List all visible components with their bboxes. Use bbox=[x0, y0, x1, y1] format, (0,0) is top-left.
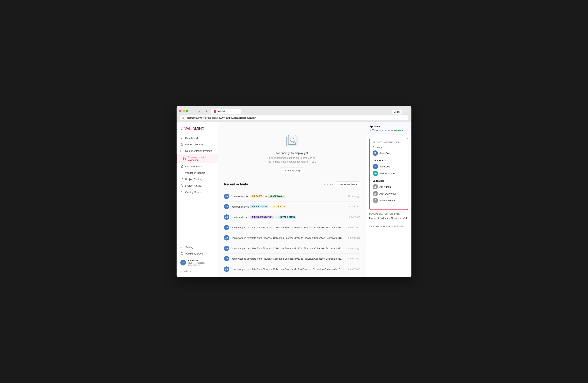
sidebar-item-label: Getting Started bbox=[185, 191, 203, 193]
activity-text: You swapped template from Flowcast Colle… bbox=[231, 257, 345, 260]
empty-state-title: No findings to display yet bbox=[276, 151, 308, 154]
user-menu-button[interactable]: ⋯ bbox=[211, 261, 214, 265]
activity-item: JD You swapped template from Flowcast Co… bbox=[224, 264, 360, 274]
sidebar-item-validmind-docs[interactable]: ValidMind Docs ↗ bbox=[177, 250, 218, 257]
sidebar-item-getting-started[interactable]: Getting Started bbox=[177, 189, 218, 195]
validation-template-title: VALIDATION REPORT TEMPLATE bbox=[369, 225, 408, 228]
empty-state-icon bbox=[285, 133, 300, 148]
browser-tab-validmind[interactable]: V ValidMind ✕ bbox=[211, 109, 241, 114]
approve-subtitle: → Transitions model to APPROVED bbox=[369, 129, 408, 132]
activity-list: JD You transitioned IN REVIEW → IN APPRO… bbox=[224, 191, 360, 277]
sidebar: ✓ VALIDMIND Dashboard Model Inventory bbox=[177, 122, 218, 277]
close-traffic-light[interactable] bbox=[179, 110, 182, 112]
tab-close-button[interactable]: ✕ bbox=[237, 110, 239, 113]
sidebar-item-flowcast[interactable]: Flowcast - Initial Validation bbox=[177, 154, 218, 163]
approved-status-badge: APPROVED bbox=[394, 129, 405, 132]
avatar bbox=[373, 191, 378, 196]
sidebar-item-settings[interactable]: Settings bbox=[177, 244, 218, 250]
approve-title: Approve bbox=[369, 125, 408, 128]
sidebar-item-documentation-projects[interactable]: Documentation Projects bbox=[177, 148, 218, 154]
bell-icon bbox=[180, 178, 183, 181]
developers-title: Developers bbox=[373, 159, 405, 162]
forward-button[interactable]: › bbox=[197, 108, 202, 114]
report-icon bbox=[180, 171, 183, 174]
sidebar-item-project-findings[interactable]: Project Findings bbox=[177, 176, 218, 182]
update-button[interactable]: Update bbox=[392, 110, 403, 114]
owner-name: Jane Doe bbox=[379, 152, 390, 154]
sidebar-item-label: Documentation Projects bbox=[185, 150, 212, 152]
sidebar-item-validation-report[interactable]: Validation Report bbox=[177, 170, 218, 176]
activity-time: a month ago bbox=[348, 268, 360, 270]
sidebar-item-label: Documentation bbox=[185, 165, 203, 168]
main-content: No findings to display yet Either docume… bbox=[218, 122, 366, 277]
recent-activity-section: Recent activity SORT BY Most recent firs… bbox=[224, 181, 360, 277]
maximize-traffic-light[interactable] bbox=[186, 110, 188, 112]
owners-title: Owners bbox=[373, 146, 405, 149]
minimize-traffic-light[interactable] bbox=[183, 110, 185, 112]
back-button[interactable]: ‹ bbox=[190, 108, 195, 114]
activity-time: 22 days ago bbox=[348, 216, 360, 218]
validator-item: Jane Validator bbox=[373, 198, 405, 203]
grid-icon bbox=[180, 143, 183, 146]
validator-name: Jim Admin bbox=[379, 185, 391, 188]
sidebar-item-label: Validation Report bbox=[185, 172, 205, 174]
browser-menu-button[interactable]: ☰ bbox=[404, 110, 407, 114]
sidebar-item-label: Model Inventory bbox=[185, 143, 203, 146]
activity-text: You transitioned IN REVIEW → IN APPROVAL bbox=[231, 195, 346, 198]
validators-group: Validators Jim Admin Alex Developer bbox=[373, 179, 405, 203]
add-finding-button[interactable]: + Add Finding bbox=[280, 167, 304, 174]
gear-icon bbox=[180, 246, 183, 249]
home-icon bbox=[180, 136, 183, 139]
sort-value: Most recent first bbox=[337, 183, 355, 186]
validator-item: Alex Developer bbox=[373, 191, 405, 196]
activity-text: You swapped template from Flowcast Colle… bbox=[231, 268, 345, 271]
activity-time: 20 days ago bbox=[348, 195, 360, 198]
new-tab-button[interactable]: + bbox=[242, 109, 247, 114]
collapse-arrows-icon: « bbox=[180, 270, 182, 272]
status-badge: IN REVIEW bbox=[273, 205, 286, 208]
svg-point-13 bbox=[375, 199, 376, 200]
avatar: JD bbox=[224, 267, 229, 272]
owners-group: Owners JD Jane Doe bbox=[373, 146, 405, 156]
activity-time: a month ago bbox=[348, 247, 360, 249]
avatar bbox=[373, 198, 378, 203]
sidebar-item-project-activity[interactable]: Project Activity bbox=[177, 182, 218, 189]
validator-name: Jane Validator bbox=[379, 199, 395, 202]
activity-text: You swapped template from Flowcast Colle… bbox=[231, 247, 345, 250]
arrow-icon: → bbox=[369, 129, 372, 132]
approve-banner: Approve → Transitions model to APPROVED bbox=[366, 122, 411, 135]
status-badge: IN APPROVAL bbox=[268, 195, 285, 198]
tab-favicon: V bbox=[214, 110, 216, 113]
collapse-button[interactable]: « Collapse bbox=[177, 268, 218, 274]
activity-time: 20 days ago bbox=[348, 205, 360, 208]
sidebar-item-label: Project Activity bbox=[185, 184, 202, 187]
owner-item: JD Jane Doe bbox=[373, 151, 405, 156]
activity-item: JD You swapped template from Flowcast Co… bbox=[224, 254, 360, 264]
browser-chrome: ‹ › ↻ V ValidMind ✕ + Update ☰ 🔒 loca bbox=[177, 106, 411, 122]
sidebar-item-model-inventory[interactable]: Model Inventory bbox=[177, 141, 218, 148]
clock-icon bbox=[180, 184, 183, 187]
avatar: JD bbox=[224, 225, 229, 230]
activity-text: You swapped template from Flowcast Colle… bbox=[231, 236, 345, 239]
sidebar-item-label: Dashboard bbox=[185, 137, 198, 139]
svg-rect-3 bbox=[182, 145, 183, 146]
user-details: Jane Doe Developer, Validator, Customer … bbox=[188, 259, 210, 266]
activity-item: JD You transitioned IN DOCUMENTATION → I… bbox=[224, 212, 360, 222]
activity-title: Recent activity bbox=[224, 182, 248, 186]
activity-time: a month ago bbox=[348, 236, 360, 239]
sidebar-item-documentation[interactable]: Documentation bbox=[177, 163, 218, 170]
avatar: JD bbox=[224, 246, 229, 251]
address-bar[interactable]: localhost:3000/projects/clpa5hrsu0007fn8… bbox=[186, 116, 406, 119]
svg-point-5 bbox=[182, 247, 182, 248]
refresh-button[interactable]: ↻ bbox=[204, 108, 209, 114]
avatar: JD bbox=[224, 214, 229, 220]
sidebar-item-label: Flowcast - Initial Validation bbox=[188, 156, 214, 161]
activity-text: You swapped template from Flowcast Colle… bbox=[231, 226, 345, 229]
status-badge: IN VALIDATION bbox=[250, 205, 268, 208]
activity-time: a month ago bbox=[348, 226, 360, 229]
activity-item: JD You swapped template from Flowcast Co… bbox=[224, 243, 360, 254]
developer-item: AH Alex Hudsson bbox=[373, 171, 405, 176]
sidebar-item-dashboard[interactable]: Dashboard bbox=[177, 135, 218, 141]
sort-controls: SORT BY Most recent first ▾ bbox=[323, 181, 360, 187]
sort-dropdown[interactable]: Most recent first ▾ bbox=[335, 181, 360, 187]
